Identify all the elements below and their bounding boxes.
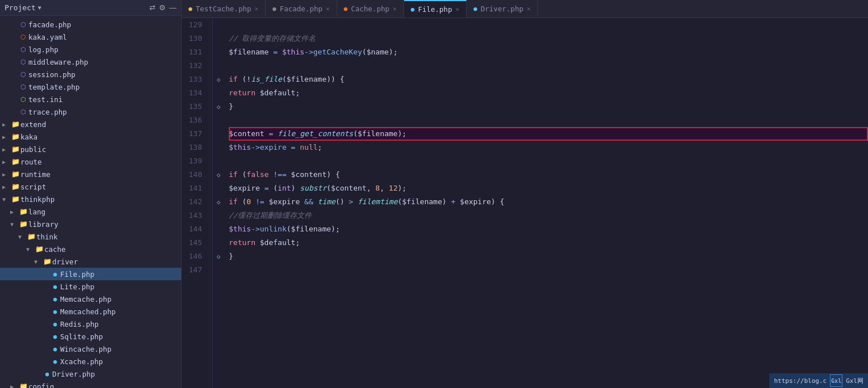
folder-icon: 📁 [10, 158, 20, 166]
sidebar-item-Xcache.php[interactable]: ● Xcache.php [0, 355, 181, 368]
sidebar-item-public[interactable]: ▶ 📁 public [0, 143, 181, 155]
code-line-130: // 取得变量的存储文件名 [229, 32, 868, 45]
sidebar-item-config[interactable]: ▶ 📁 config [0, 380, 181, 388]
tree-arrow: ▶ [10, 383, 18, 389]
file-icon: ⬡ [18, 71, 28, 78]
tab-file[interactable]: ● File.php ✕ [404, 0, 467, 18]
tab-test-cache[interactable]: ● TestCache.php ✕ [182, 0, 266, 18]
tree-arrow: ▶ [10, 209, 18, 215]
sidebar-item-log[interactable]: ⬡ log.php [0, 43, 181, 56]
tree-label: session.php [28, 70, 179, 79]
code-line-140: if (false !== $content) { [229, 168, 868, 182]
code-editor[interactable]: 1291301311321331341351361371381391401411… [182, 18, 868, 388]
code-line-134: return $default; [229, 86, 868, 100]
tab-close-btn[interactable]: ✕ [455, 6, 459, 13]
sidebar-item-kaka[interactable]: ▶ 📁 kaka [0, 130, 181, 143]
code-content[interactable]: // 取得变量的存储文件名 $filename = $this->getCach… [224, 18, 868, 388]
code-line-131: $filename = $this->getCacheKey($name); [229, 45, 868, 59]
sidebar-item-lang[interactable]: ▶ 📁 lang [0, 205, 181, 218]
file-icon: ● [50, 358, 60, 365]
tab-close-btn[interactable]: ✕ [527, 5, 531, 12]
line-number-136: 136 [182, 113, 207, 127]
sidebar-item-cache[interactable]: ▼ 📁 cache [0, 243, 181, 255]
sidebar-item-Sqlite.php[interactable]: ● Sqlite.php [0, 330, 181, 343]
tree-arrow: ▼ [10, 221, 18, 227]
tabs-bar: ● TestCache.php ✕ ● Facade.php ✕ ● Cache… [182, 0, 868, 18]
tab-icon: ● [411, 6, 415, 13]
sidebar-item-extend[interactable]: ▶ 📁 extend [0, 118, 181, 130]
tree-label: File.php [60, 270, 179, 279]
sidebar-item-session[interactable]: ⬡ session.php [0, 68, 181, 81]
line-number-137: 137 [182, 127, 207, 141]
code-line-132 [229, 59, 868, 73]
tree-label: trace.php [28, 108, 179, 116]
tree-label: middleware.php [28, 58, 179, 66]
sidebar-item-kaka-yaml[interactable]: ⬡ kaka.yaml [0, 31, 181, 43]
code-line-137: $content = file_get_contents($filename); [229, 127, 868, 141]
tree-label: kaka [20, 133, 179, 141]
tree-label: extend [20, 120, 179, 129]
tab-close-btn[interactable]: ✕ [254, 5, 258, 12]
tree-label: template.php [28, 83, 179, 91]
tab-cache[interactable]: ● Cache.php ✕ [337, 0, 404, 18]
sidebar-item-runtime[interactable]: ▶ 📁 runtime [0, 168, 181, 180]
tree-label: runtime [20, 170, 179, 179]
dropdown-icon[interactable]: ▼ [38, 5, 41, 11]
tree-arrow: ▼ [26, 246, 34, 252]
tree-label: test.ini [28, 95, 179, 104]
sidebar-item-template[interactable]: ⬡ template.php [0, 81, 181, 93]
file-icon: ⬡ [18, 21, 28, 28]
folder-icon: 📁 [10, 120, 20, 128]
folder-icon: 📁 [34, 245, 44, 253]
sidebar: Project ▼ ⇄ ⚙ — ⬡ facade.php ⬡ kaka.yaml… [0, 0, 182, 388]
sidebar-item-think[interactable]: ▼ 📁 think [0, 230, 181, 243]
tree-label: Driver.php [52, 370, 179, 378]
sidebar-item-test-ini[interactable]: ⬡ test.ini [0, 93, 181, 106]
file-icon: ⬡ [18, 108, 28, 116]
tab-close-btn[interactable]: ✕ [326, 5, 330, 12]
tab-facade[interactable]: ● Facade.php ✕ [266, 0, 337, 18]
folder-icon: 📁 [42, 258, 52, 265]
tab-driver[interactable]: ● Driver.php ✕ [467, 0, 538, 18]
sidebar-item-Lite.php[interactable]: ● Lite.php [0, 280, 181, 293]
code-line-138: $this->expire = null; [229, 141, 868, 154]
sidebar-item-trace[interactable]: ⬡ trace.php [0, 106, 181, 118]
code-line-135: } [229, 100, 868, 113]
sidebar-item-route[interactable]: ▶ 📁 route [0, 155, 181, 168]
sidebar-item-Memcached.php[interactable]: ● Memcached.php [0, 305, 181, 318]
sidebar-item-script[interactable]: ▶ 📁 script [0, 180, 181, 193]
folder-icon: 📁 [10, 133, 20, 141]
tree-label: cache [44, 245, 179, 254]
code-line-147 [229, 263, 868, 277]
sidebar-item-middleware[interactable]: ⬡ middleware.php [0, 56, 181, 68]
file-icon: ● [50, 345, 60, 353]
code-line-146: } [229, 250, 868, 263]
line-number-147: 147 [182, 263, 207, 277]
sidebar-item-Wincache.php[interactable]: ● Wincache.php [0, 343, 181, 355]
sidebar-item-Driver.php[interactable]: ● Driver.php [0, 368, 181, 380]
tree-label: Lite.php [60, 282, 179, 291]
sidebar-split-icon[interactable]: ⇄ [149, 3, 156, 12]
sidebar-item-Redis.php[interactable]: ● Redis.php [0, 318, 181, 330]
file-icon: ⬡ [18, 58, 28, 66]
tree-label: lang [28, 208, 179, 216]
line-number-146: 146 [182, 250, 207, 263]
sidebar-item-thinkphp[interactable]: ▼ 📁 thinkphp [0, 193, 181, 205]
sidebar-settings-icon[interactable]: ⚙ [159, 3, 166, 12]
sidebar-item-Memcache.php[interactable]: ● Memcache.php [0, 293, 181, 305]
sidebar-item-File.php[interactable]: ● File.php [0, 268, 181, 280]
code-line-136 [229, 113, 868, 127]
line-number-139: 139 [182, 154, 207, 168]
sidebar-item-library[interactable]: ▼ 📁 library [0, 218, 181, 230]
line-number-134: 134 [182, 86, 207, 100]
gutter: ◇◇◇◇◇ [213, 18, 224, 388]
tab-close-btn[interactable]: ✕ [393, 5, 397, 12]
sidebar-close-icon[interactable]: — [169, 3, 177, 12]
folder-icon: 📁 [10, 170, 20, 178]
sidebar-item-driver[interactable]: ▼ 📁 driver [0, 255, 181, 268]
gutter-cell-140: ◇ [213, 168, 224, 182]
tree-arrow: ▼ [18, 234, 26, 240]
file-icon: ● [50, 320, 60, 328]
sidebar-tree: ⬡ facade.php ⬡ kaka.yaml ⬡ log.php ⬡ mid… [0, 16, 181, 388]
sidebar-item-facade[interactable]: ⬡ facade.php [0, 18, 181, 31]
